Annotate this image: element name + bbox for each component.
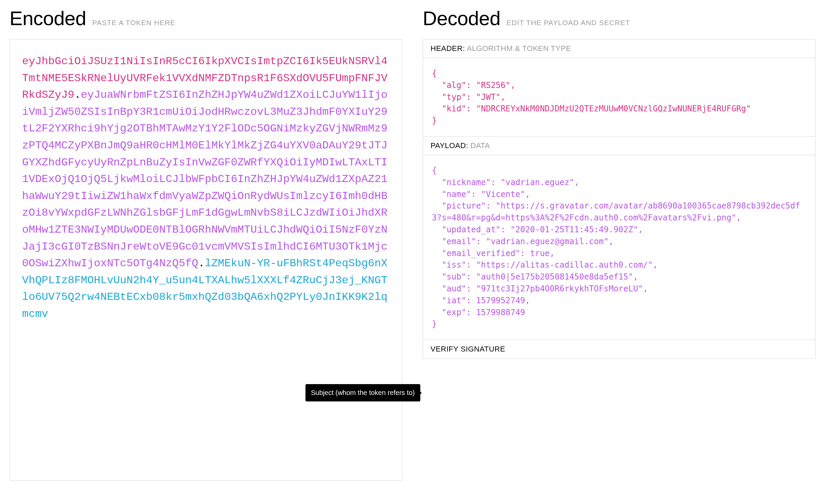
token-dot: .	[198, 257, 205, 270]
decoded-stack: HEADER: ALGORITHM & TOKEN TYPE { "alg": …	[423, 39, 815, 359]
decoded-payload-content[interactable]: { "nickname": "vadrian.eguez", "name": "…	[432, 165, 806, 330]
decoded-header-content[interactable]: { "alg": "RS256", "typ": "JWT", "kid": "…	[432, 68, 806, 127]
decoded-header-body[interactable]: { "alg": "RS256", "typ": "JWT", "kid": "…	[423, 58, 815, 136]
decoded-column: Decoded EDIT THE PAYLOAD AND SECRET HEAD…	[423, 7, 815, 481]
decoded-header-label-strong: HEADER:	[431, 44, 465, 53]
decoded-header-panel: HEADER: ALGORITHM & TOKEN TYPE { "alg": …	[423, 39, 815, 137]
decoded-payload-label-strong: PAYLOAD:	[431, 141, 468, 150]
decoded-header-label: HEADER: ALGORITHM & TOKEN TYPE	[423, 39, 815, 58]
encoded-column: Encoded PASTE A TOKEN HERE eyJhbGciOiJSU…	[10, 7, 402, 481]
decoded-signature-panel: VERIFY SIGNATURE	[423, 340, 815, 359]
decoded-signature-label-strong: VERIFY SIGNATURE	[431, 345, 505, 353]
decoded-title: Decoded	[423, 7, 501, 30]
decoded-payload-label: PAYLOAD: DATA	[423, 137, 815, 155]
decoded-header-label-light: ALGORITHM & TOKEN TYPE	[467, 44, 571, 53]
decoded-subtitle: EDIT THE PAYLOAD AND SECRET	[507, 19, 630, 27]
decoded-payload-panel: PAYLOAD: DATA { "nickname": "vadrian.egu…	[423, 136, 815, 340]
decoded-title-row: Decoded EDIT THE PAYLOAD AND SECRET	[423, 7, 815, 30]
claim-tooltip: Subject (whom the token refers to)	[305, 384, 420, 401]
encoded-title: Encoded	[10, 7, 86, 30]
encoded-title-row: Encoded PASTE A TOKEN HERE	[10, 7, 402, 30]
decoded-payload-body[interactable]: { "nickname": "vadrian.eguez", "name": "…	[423, 155, 815, 340]
tooltip-text: Subject (whom the token refers to)	[311, 389, 415, 396]
encoded-subtitle: PASTE A TOKEN HERE	[92, 19, 175, 27]
decoded-signature-label: VERIFY SIGNATURE	[423, 340, 815, 358]
token-dot: .	[74, 89, 81, 101]
encoded-token-box[interactable]: eyJhbGciOiJSUzI1NiIsInR5cCI6IkpXVCIsImtp…	[10, 39, 402, 481]
decoded-payload-label-light: DATA	[470, 141, 490, 150]
token-payload-segment[interactable]: eyJuaWNrbmFtZSI6InZhZHJpYW4uZWd1ZXoiLCJu…	[22, 89, 387, 270]
